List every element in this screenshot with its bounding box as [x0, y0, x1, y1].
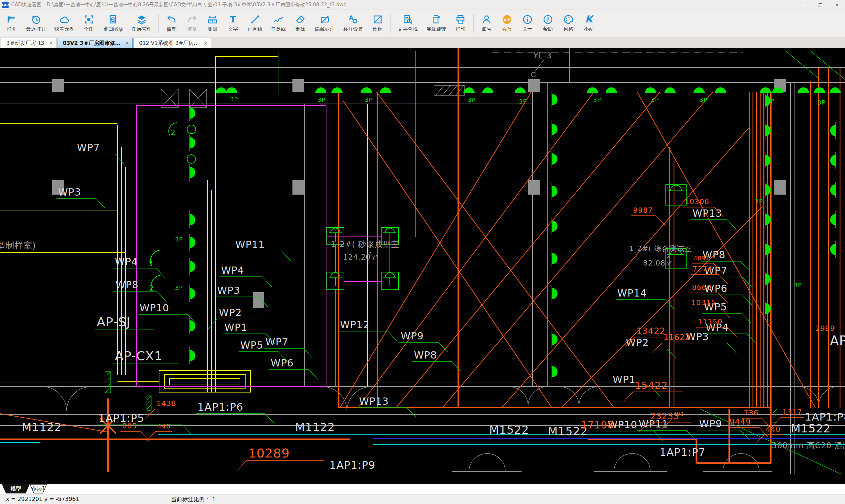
full-view-icon	[84, 14, 94, 25]
cad-label: WP13	[359, 395, 389, 407]
cad-label: 1AP1:P9	[330, 459, 375, 471]
cad-label: M1122	[295, 420, 335, 434]
minimize-button[interactable]	[795, 0, 812, 10]
tab-label: 03V2 3＃厂房图审修…	[63, 40, 120, 47]
toolbar-full-view-button[interactable]: 全图	[78, 10, 99, 37]
toolbar-button-label: 最近打开	[26, 26, 46, 32]
cad-label: 82.08㎡	[643, 259, 673, 267]
document-tab-bar: 3＃研发厂房_t3×03V2 3＃厂房图审修…×012 V1系统图 3#厂房…×	[0, 37, 845, 48]
toolbar-find-text-button[interactable]: 文字查找	[393, 10, 422, 37]
yellow-circuits	[0, 56, 367, 392]
toolbar-redo-button[interactable]: 恢复	[182, 10, 203, 37]
cad-label: 2	[667, 253, 670, 259]
toolbar-group-4: 账号VIP 会员 关于? 帮助 风格K 小站	[476, 10, 599, 37]
tab-close-icon[interactable]: ×	[49, 40, 53, 46]
help-icon: ?	[543, 14, 553, 25]
cad-label: YL-3	[533, 51, 552, 60]
tab-close-icon[interactable]: ×	[204, 40, 208, 46]
toolbar-text-button[interactable]: T 文字	[223, 10, 243, 37]
toolbar-account-button[interactable]: 账号	[476, 10, 497, 37]
model-tab-1[interactable]: 模型	[2, 484, 30, 493]
cad-label: AP-SJ	[97, 315, 130, 329]
toolbar-cloud-button[interactable]: 快看云盘	[50, 10, 78, 37]
cad-label: 1317	[782, 408, 802, 416]
cad-label: 493	[673, 411, 684, 417]
freeline-icon	[273, 14, 284, 25]
toolbar-divider	[158, 14, 159, 33]
toolbar-button-label: 屏幕旋转	[426, 26, 446, 32]
maximize-icon	[818, 3, 822, 7]
toolbar-measure-button[interactable]: 测量	[203, 10, 223, 37]
document-tab-3[interactable]: 012 V1系统图 3#厂房…×	[133, 38, 211, 48]
document-tab-1[interactable]: 3＃研发厂房_t3×	[1, 38, 56, 48]
recent-clock-icon	[31, 14, 41, 25]
tab-close-icon[interactable]: ×	[125, 40, 129, 46]
toolbar-erase-button[interactable]: 删除	[290, 10, 311, 37]
cad-label: 1-2#( 综合测试室	[629, 245, 692, 253]
status-divider	[167, 495, 167, 504]
cad-label: 440	[766, 425, 781, 433]
svg-text:A: A	[349, 15, 353, 21]
cad-label: 3P	[651, 96, 659, 103]
toolbar-button-label: 文字查找	[398, 26, 418, 32]
toolbar-freeline-button[interactable]: 任意线	[267, 10, 290, 37]
toolbar-button-label: 撤销	[167, 26, 177, 32]
toolbar-button-label: 任意线	[271, 26, 286, 32]
title-bar: CAD CAD快速看图 - D:\桌面\一基地一中心\图纸\一基地一中心8.26…	[0, 0, 845, 10]
toolbar-button-label: 打印	[456, 26, 465, 32]
toolbar-button-label: 恢复	[187, 26, 197, 32]
toolbar-hide-annot-button[interactable]: 隐藏标注	[311, 10, 339, 37]
cad-label: WP8	[414, 349, 437, 361]
cad-label: 3P	[175, 284, 183, 291]
toolbar-divider	[473, 14, 474, 33]
drawing-canvas[interactable]: WP7WP3WP4WP8WP10AP-SJAP-CX1WP11WP4WP3WP2…	[0, 48, 845, 484]
toolbar-button-label: 窗口缩放	[103, 26, 123, 32]
toolbar-recent-clock-button[interactable]: 最近打开	[22, 10, 50, 37]
model-tab-2[interactable]: 布局1	[30, 484, 47, 493]
toolbar-button-label: 快看云盘	[54, 26, 74, 32]
ratio-icon	[372, 14, 383, 25]
cad-label: 736	[744, 409, 758, 417]
cad-label: 3P	[318, 96, 325, 103]
svg-text:VIP: VIP	[504, 17, 510, 22]
toolbar-style-button[interactable]: 风格	[558, 10, 579, 37]
cad-label: 3P	[794, 282, 802, 289]
toolbar-annot-settings-button[interactable]: A 标注设置	[339, 10, 367, 37]
toolbar-ksite-button[interactable]: K 小站	[579, 10, 599, 37]
cad-label: 3P	[365, 96, 373, 103]
toolbar-rotate-button[interactable]: 屏幕旋转	[422, 10, 450, 37]
maximize-button[interactable]	[812, 0, 828, 10]
toolbar-button-label: 全图	[84, 26, 94, 32]
layers-icon	[136, 14, 147, 25]
cad-label: WP4	[221, 265, 244, 276]
cad-label: WP10	[140, 302, 169, 314]
close-button[interactable]: ✕	[828, 0, 845, 10]
app-icon: CAD	[2, 2, 8, 8]
toolbar-button-label: 删除	[295, 26, 305, 32]
document-tab-2[interactable]: 03V2 3＃厂房图审修…×	[57, 38, 133, 48]
toolbar-ratio-button[interactable]: 比例	[367, 10, 388, 37]
undo-icon	[166, 14, 177, 25]
account-icon	[481, 14, 492, 25]
cad-label: WP2	[219, 307, 242, 318]
toolbar-about-button[interactable]: 关于	[517, 10, 538, 37]
toolbar-line-button[interactable]: 画直线	[243, 10, 267, 37]
cad-label: 10306	[685, 198, 709, 206]
cad-label: WP14	[617, 287, 647, 299]
cad-label: 300mm 高C20 混凝土挡坎	[772, 441, 845, 450]
toolbar-help-button[interactable]: ? 帮助	[538, 10, 558, 37]
toolbar-layers-button[interactable]: 图层管理	[127, 10, 156, 37]
toolbar-vip-button[interactable]: VIP 会员	[497, 10, 517, 37]
cad-label: WP9	[401, 330, 424, 342]
toolbar-print-button[interactable]: 打印	[450, 10, 471, 37]
about-icon	[522, 14, 533, 25]
cad-label: 2	[368, 251, 372, 257]
cad-label: WP1	[613, 374, 636, 385]
cad-label: 1438	[156, 399, 176, 408]
toolbar-folder-open-button[interactable]: 打开	[1, 10, 22, 37]
cad-label: 13422	[636, 326, 666, 336]
cad-label: 2	[149, 284, 154, 292]
toolbar-undo-button[interactable]: 撤销	[161, 10, 182, 37]
cad-label: 17198	[581, 419, 614, 431]
toolbar-window-zoom-button[interactable]: 窗口缩放	[99, 10, 127, 37]
